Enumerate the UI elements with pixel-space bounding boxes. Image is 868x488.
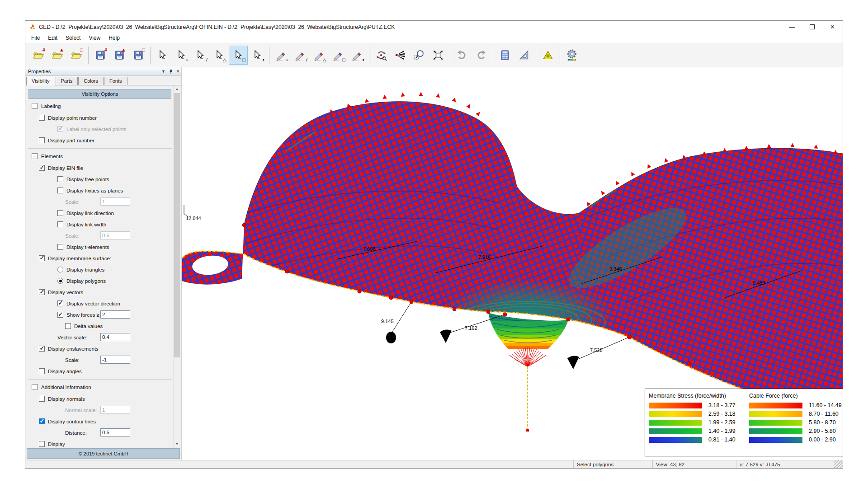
panel-menu-chevron-icon[interactable]: ▼ [161, 69, 165, 74]
zoom-window-button[interactable] [410, 46, 429, 65]
draw-points-button[interactable]: ○ [272, 46, 291, 65]
checkbox[interactable] [57, 312, 63, 318]
option-display-part-number[interactable]: Display part number [27, 135, 173, 146]
select-button[interactable] [153, 46, 172, 65]
pan-rotate-zoom-button[interactable] [372, 46, 391, 65]
collapse-icon[interactable] [32, 103, 38, 109]
checkbox[interactable] [65, 323, 71, 329]
option-display-link-width[interactable]: Display link width [27, 219, 173, 230]
show-forces-threshold-input[interactable] [100, 310, 130, 319]
panel-close-icon[interactable]: × [176, 68, 179, 75]
checkbox[interactable] [57, 300, 63, 306]
close-button[interactable]: × [822, 21, 843, 33]
checkbox[interactable] [39, 346, 45, 352]
checkbox[interactable] [39, 289, 45, 295]
collapse-icon[interactable] [32, 384, 38, 390]
section-additional-information[interactable]: Additional information [27, 381, 173, 393]
tab-parts[interactable]: Parts [56, 77, 78, 85]
option-display-vectors[interactable]: Display vectors [27, 286, 173, 298]
select-links-button[interactable]: / [191, 46, 210, 65]
menu-select[interactable]: Select [61, 33, 85, 42]
option-display-point-number[interactable]: Display point number [27, 112, 173, 123]
viewport-3d[interactable]: 12.044 7.608 7.916 9.346 9.459 9.145 7.1… [182, 67, 843, 460]
draw-triangles-button[interactable]: △ [310, 46, 329, 65]
save-points-file-button[interactable]: # [91, 46, 110, 65]
panel-scrollbar[interactable]: ▲ ▼ [173, 85, 180, 447]
checkbox[interactable] [39, 165, 45, 171]
checkbox[interactable] [57, 210, 63, 216]
checkbox[interactable] [39, 441, 45, 447]
save-triangles-file-button[interactable]: ▲ [110, 46, 129, 65]
open-triangles-file-button[interactable]: ▲ [48, 46, 67, 65]
tab-visibility[interactable]: Visibility [26, 77, 55, 85]
resize-grip[interactable] [834, 460, 843, 468]
option-display-polygons[interactable]: Display polygons [27, 275, 173, 286]
enslavement-scale-input[interactable] [100, 356, 130, 364]
checkbox[interactable] [57, 244, 63, 250]
option-display-vector-direction[interactable]: Display vector direction [27, 298, 173, 309]
option-display-enslavements[interactable]: Display enslavements [27, 343, 173, 354]
save-polygons-file-button[interactable]: □ [129, 46, 148, 65]
select-points-button[interactable]: ○ [172, 46, 191, 65]
maximize-button[interactable] [802, 21, 822, 33]
menu-help[interactable]: Help [104, 33, 124, 42]
draw-marked-button[interactable]: ▪ [348, 46, 367, 65]
checkbox[interactable] [39, 368, 45, 374]
option-display-triangles[interactable]: Display triangles [27, 264, 173, 275]
checkbox[interactable] [57, 221, 63, 227]
vector-scale-input[interactable] [100, 333, 130, 341]
checkbox[interactable] [39, 396, 45, 402]
scrollbar-thumb[interactable] [174, 93, 180, 357]
option-clipped[interactable]: Display [27, 438, 173, 447]
contour-distance-input[interactable] [100, 428, 130, 436]
draw-links-button[interactable]: / [291, 46, 310, 65]
select-triangles-button[interactable]: △ [210, 46, 229, 65]
minimize-button[interactable]: — [782, 21, 802, 33]
option-delta-values[interactable]: Delta values [27, 320, 173, 332]
radio-button[interactable] [57, 267, 63, 272]
fixities-scale-input[interactable] [100, 197, 130, 206]
option-display-normals[interactable]: Display normals [27, 393, 173, 404]
title-bar[interactable]: GED - D:\2_Projekte\Easy\2020\03_26_Webs… [25, 21, 843, 33]
measure-button[interactable] [514, 46, 533, 65]
option-display-free-points[interactable]: Display free points [27, 174, 173, 185]
panel-title-bar[interactable]: Properties ▼ × [25, 67, 181, 76]
open-polygons-file-button[interactable]: □ [67, 46, 86, 65]
checkbox[interactable] [57, 176, 63, 182]
menu-file[interactable]: File [27, 33, 44, 42]
checkbox[interactable] [57, 188, 63, 193]
fofin-result-view-button[interactable] [538, 46, 557, 65]
menu-edit[interactable]: Edit [44, 33, 61, 42]
option-display-angles[interactable]: Display angles [27, 366, 173, 377]
tab-fonts[interactable]: Fonts [104, 77, 127, 85]
scroll-down-icon[interactable]: ▼ [174, 441, 180, 447]
compute-button[interactable] [495, 46, 514, 65]
option-display-t-elements[interactable]: Display t-elements [27, 241, 173, 253]
checkbox[interactable] [39, 255, 45, 261]
section-elements[interactable]: Elements [27, 150, 173, 162]
radio-button[interactable] [57, 278, 63, 284]
checkbox[interactable] [39, 115, 45, 121]
color-scale-settings-button[interactable] [562, 46, 581, 65]
zoom-to-point-button[interactable] [391, 46, 410, 65]
option-display-link-direction[interactable]: Display link direction [27, 207, 173, 219]
select-polygons-button[interactable]: □ [229, 46, 248, 65]
collapse-icon[interactable] [32, 153, 38, 159]
scroll-up-icon[interactable]: ▲ [174, 85, 180, 92]
checkbox[interactable] [39, 137, 45, 143]
undo-button[interactable] [453, 46, 472, 65]
option-show-forces[interactable]: Show forces ≥ [27, 309, 173, 320]
draw-polygons-button[interactable]: □ [329, 46, 348, 65]
select-marked-button[interactable]: ▪ [248, 46, 267, 65]
tab-colors[interactable]: Colors [78, 77, 104, 85]
section-labeling[interactable]: Labeling [27, 100, 173, 112]
option-display-fixities-as-planes[interactable]: Display fixities as planes [27, 185, 173, 196]
option-display-membrane-surface[interactable]: Display membrane surface: [27, 253, 173, 264]
zoom-extents-button[interactable] [429, 46, 448, 65]
open-points-file-button[interactable]: # [29, 46, 48, 65]
redo-button[interactable] [472, 46, 491, 65]
checkbox[interactable] [39, 418, 45, 424]
normal-scale-input[interactable] [100, 406, 130, 414]
menu-view[interactable]: View [85, 33, 104, 42]
link-width-scale-input[interactable] [100, 231, 130, 239]
